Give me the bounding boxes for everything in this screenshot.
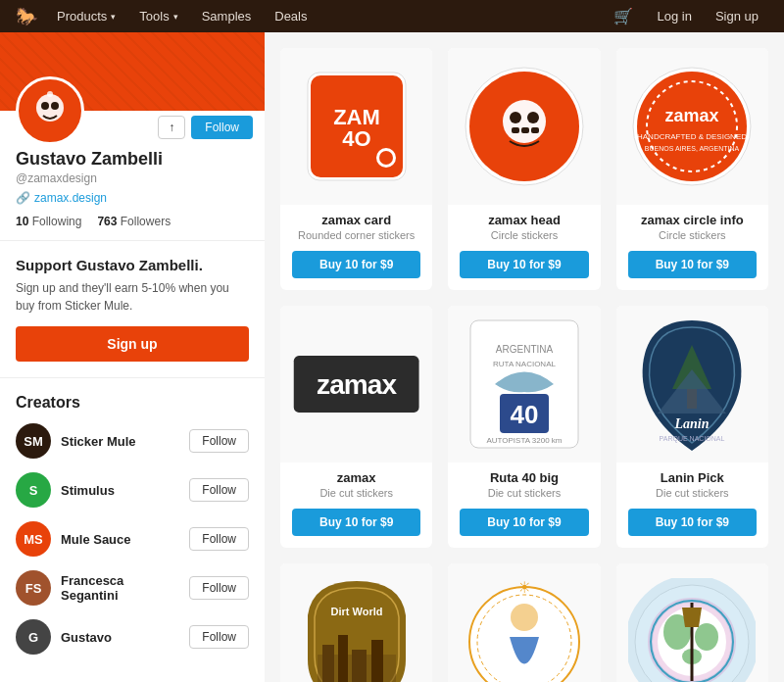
svg-text:RUTA NACIONAL: RUTA NACIONAL bbox=[493, 360, 556, 368]
product-card: zamax zamax Die cut stickers Buy 10 for … bbox=[280, 306, 432, 548]
following-stat: 10 Following bbox=[16, 215, 81, 228]
product-name: zamax head bbox=[460, 213, 588, 227]
creator-item: G Gustavo Follow bbox=[16, 619, 249, 655]
product-type: Die cut stickers bbox=[460, 487, 588, 499]
creator-follow-button[interactable]: Follow bbox=[189, 478, 249, 502]
product-type: Circle stickers bbox=[460, 229, 588, 241]
svg-text:zamax: zamax bbox=[317, 369, 398, 400]
svg-text:Lanin: Lanin bbox=[674, 416, 710, 431]
creator-avatar: S bbox=[16, 472, 51, 508]
chevron-down-icon: ▾ bbox=[111, 12, 116, 22]
product-card: ZAM 4O zamax card Rounded corner sticker… bbox=[280, 48, 432, 290]
product-info: Lanin Pick Die cut stickers bbox=[616, 463, 768, 509]
profile-handle: @zamaxdesign bbox=[16, 171, 249, 185]
product-image: zamax bbox=[280, 306, 432, 463]
svg-rect-43 bbox=[371, 640, 383, 683]
product-image bbox=[616, 563, 768, 682]
svg-point-45 bbox=[469, 587, 579, 682]
chevron-down-icon: ▾ bbox=[173, 12, 178, 22]
svg-text:HANDCRAFTED & DESIGNED: HANDCRAFTED & DESIGNED bbox=[637, 132, 747, 141]
product-image bbox=[448, 48, 600, 205]
page-layout: ↑ Follow Gustavo Zambelli @zamaxdesign 🔗… bbox=[0, 32, 784, 682]
buy-button[interactable]: Buy 10 for $9 bbox=[628, 251, 757, 278]
followers-stat: 763 Followers bbox=[97, 215, 171, 228]
share-button[interactable]: ↑ bbox=[158, 116, 185, 139]
buy-button[interactable]: Buy 10 for $9 bbox=[292, 251, 420, 278]
svg-rect-16 bbox=[512, 127, 519, 133]
svg-text:☀: ☀ bbox=[517, 579, 531, 596]
creator-name: Gustavo bbox=[61, 630, 179, 645]
product-info: zamax Die cut stickers bbox=[280, 463, 432, 509]
nav-right: 🛒 Log in Sign up bbox=[604, 7, 768, 25]
product-name: zamax bbox=[292, 470, 420, 485]
cart-icon[interactable]: 🛒 bbox=[604, 7, 643, 25]
signup-button-sidebar[interactable]: Sign up bbox=[16, 326, 249, 362]
signup-button[interactable]: Sign up bbox=[706, 9, 768, 24]
product-name: zamax circle info bbox=[628, 213, 757, 227]
buy-button[interactable]: Buy 10 for $9 bbox=[292, 509, 420, 536]
svg-text:BUENOS AIRES, ARGENTINA: BUENOS AIRES, ARGENTINA bbox=[645, 145, 740, 152]
nav-deals[interactable]: Deals bbox=[263, 0, 318, 32]
svg-point-20 bbox=[637, 72, 747, 181]
svg-point-10 bbox=[379, 151, 393, 165]
svg-text:Dirt World: Dirt World bbox=[330, 606, 382, 617]
product-name: zamax card bbox=[292, 213, 420, 227]
svg-text:PARQUE NACIONAL: PARQUE NACIONAL bbox=[660, 435, 725, 443]
main-content: ZAM 4O zamax card Rounded corner sticker… bbox=[265, 32, 784, 682]
creator-avatar: SM bbox=[16, 423, 51, 459]
follow-button[interactable]: Follow bbox=[191, 116, 253, 139]
product-type: Circle stickers bbox=[628, 229, 757, 241]
product-info: zamax head Circle stickers bbox=[448, 205, 600, 251]
buy-button[interactable]: Buy 10 for $9 bbox=[460, 251, 588, 278]
profile-stats: 10 Following 763 Followers bbox=[16, 215, 249, 228]
product-name: Lanin Pick bbox=[628, 470, 757, 485]
svg-point-2 bbox=[41, 102, 49, 110]
support-text: Sign up and they'll earn 5-10% when you … bbox=[16, 279, 249, 315]
profile-info: Gustavo Zambelli @zamaxdesign 🔗 zamax.de… bbox=[0, 145, 265, 240]
creator-item: SM Sticker Mule Follow bbox=[16, 423, 249, 459]
product-info: zamax circle info Circle stickers bbox=[616, 205, 768, 251]
profile-action-buttons: ↑ Follow bbox=[158, 116, 253, 145]
product-info: Ruta 40 big Die cut stickers bbox=[448, 463, 600, 509]
creator-item: FS Francesca Segantini Follow bbox=[16, 570, 249, 606]
buy-button[interactable]: Buy 10 for $9 bbox=[460, 509, 588, 536]
svg-text:zamax: zamax bbox=[665, 106, 719, 125]
product-image: Lanin PARQUE NACIONAL bbox=[616, 306, 768, 463]
navigation: 🐎 Products ▾ Tools ▾ Samples Deals 🛒 Log… bbox=[0, 0, 784, 32]
creator-avatar: G bbox=[16, 619, 51, 655]
creator-follow-button[interactable]: Follow bbox=[189, 429, 249, 453]
svg-text:AUTOPISTA 3200 km: AUTOPISTA 3200 km bbox=[486, 436, 562, 445]
svg-point-15 bbox=[527, 112, 539, 123]
product-image: ZAM 4O bbox=[280, 48, 432, 205]
svg-point-1 bbox=[36, 94, 64, 122]
product-card: Dirt World BUENOS CAPITAL Dirt World Die… bbox=[280, 563, 432, 682]
nav-products[interactable]: Products ▾ bbox=[45, 0, 127, 32]
nav-logo: 🐎 bbox=[16, 6, 37, 27]
product-type: Die cut stickers bbox=[628, 487, 757, 499]
products-grid: ZAM 4O zamax card Rounded corner sticker… bbox=[280, 48, 768, 682]
login-button[interactable]: Log in bbox=[647, 9, 701, 24]
product-image: Dirt World BUENOS CAPITAL bbox=[280, 563, 432, 682]
svg-point-14 bbox=[510, 112, 521, 123]
svg-rect-42 bbox=[352, 650, 367, 683]
creators-list: SM Sticker Mule Follow S Stimulus Follow… bbox=[16, 423, 249, 655]
sidebar: ↑ Follow Gustavo Zambelli @zamaxdesign 🔗… bbox=[0, 32, 265, 682]
svg-text:40: 40 bbox=[511, 400, 539, 429]
creator-name: Sticker Mule bbox=[61, 434, 179, 449]
creator-follow-button[interactable]: Follow bbox=[189, 625, 249, 649]
product-card: ☀ ARGENTINA Argentina sticker Die cut st… bbox=[448, 563, 600, 682]
profile-website[interactable]: 🔗 zamax.design bbox=[16, 191, 249, 205]
svg-text:ARGENTINA: ARGENTINA bbox=[496, 344, 554, 355]
product-card: zamax HANDCRAFTED & DESIGNED BUENOS AIRE… bbox=[616, 48, 768, 290]
nav-samples[interactable]: Samples bbox=[190, 0, 264, 32]
creator-follow-button[interactable]: Follow bbox=[189, 576, 249, 600]
svg-rect-41 bbox=[338, 635, 348, 683]
nav-tools[interactable]: Tools ▾ bbox=[127, 0, 189, 32]
product-name: Ruta 40 big bbox=[460, 470, 588, 485]
product-type: Rounded corner stickers bbox=[292, 229, 420, 241]
buy-button[interactable]: Buy 10 for $9 bbox=[628, 509, 757, 536]
product-type: Die cut stickers bbox=[292, 487, 420, 499]
avatar-image bbox=[20, 80, 80, 141]
product-image: ☀ ARGENTINA bbox=[448, 563, 600, 682]
creator-follow-button[interactable]: Follow bbox=[189, 527, 249, 551]
